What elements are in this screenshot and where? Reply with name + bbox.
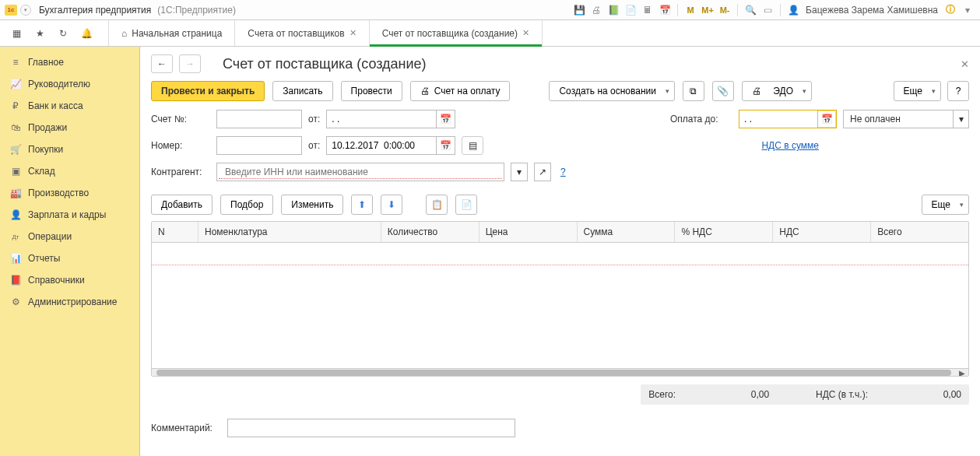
move-down-button[interactable]: ⬇ (381, 195, 402, 215)
move-up-button[interactable]: ⬆ (351, 195, 373, 215)
back-button[interactable]: ← (151, 54, 173, 73)
sidebar-item-production[interactable]: 🏭Производство (0, 182, 139, 204)
zoom-out-button[interactable]: M- (717, 2, 732, 18)
calendar-icon[interactable]: 📅 (436, 137, 455, 154)
account-date-field[interactable]: 📅 (326, 110, 455, 128)
create-based-on-button[interactable]: Создать на основании (549, 81, 675, 101)
apps-grid-icon[interactable]: ▦ (9, 26, 23, 40)
calculator-icon[interactable]: 🖩 (640, 2, 655, 18)
notifications-icon[interactable]: 🔔 (79, 26, 93, 40)
sidebar-item-main[interactable]: ≡Главное (0, 51, 139, 73)
structure-button[interactable]: ⧉ (683, 81, 704, 101)
toolbar: Провести и закрыть Записать Провести 🖨Сч… (140, 78, 980, 109)
sidebar-item-purchases[interactable]: 🛒Покупки (0, 139, 139, 160)
scroll-right-icon[interactable]: ▶ (959, 369, 965, 377)
grid-body[interactable] (152, 243, 968, 368)
save-button[interactable]: Записать (272, 81, 332, 101)
sidebar-item-bank[interactable]: ₽Банк и касса (0, 95, 139, 117)
col-tot[interactable]: Всего (871, 222, 968, 242)
tab-home[interactable]: ⌂ Начальная страница (109, 20, 235, 46)
scroll-thumb[interactable] (156, 370, 951, 376)
close-tab-icon[interactable]: ✕ (522, 28, 529, 38)
chevron-down-icon[interactable]: ▾ (953, 110, 968, 128)
compare-icon[interactable]: 📗 (606, 2, 621, 18)
sidebar-item-manager[interactable]: 📈Руководителю (0, 73, 139, 95)
add-row-button[interactable]: Добавить (151, 195, 213, 215)
gear-icon: ⚙ (9, 296, 22, 307)
forward-button[interactable]: → (179, 54, 201, 73)
number-date-field[interactable]: 📅 (326, 136, 455, 155)
copy-icon[interactable]: 📄 (623, 2, 638, 18)
sidebar-item-label: Продажи (28, 122, 67, 133)
more-button[interactable]: Еще (894, 81, 941, 101)
tab-supplier-invoices[interactable]: Счета от поставщиков ✕ (235, 20, 369, 46)
col-sum[interactable]: Сумма (578, 222, 676, 242)
barchart-icon: 📊 (9, 253, 22, 264)
col-vat[interactable]: % НДС (675, 222, 773, 242)
col-price[interactable]: Цена (479, 222, 578, 242)
history-icon[interactable]: ↻ (56, 26, 70, 40)
zoom-in-button[interactable]: M+ (700, 2, 715, 18)
pick-row-button[interactable]: Подбор (220, 195, 273, 215)
comment-input[interactable] (233, 422, 510, 434)
favorites-icon[interactable]: ★ (33, 26, 47, 40)
sidebar-item-refs[interactable]: 📕Справочники (0, 269, 139, 291)
pay-until-input[interactable] (739, 110, 817, 128)
print-invoice-button[interactable]: 🖨Счет на оплату (410, 81, 511, 101)
account-date-input[interactable] (327, 110, 436, 128)
col-nds[interactable]: НДС (773, 222, 871, 242)
sidebar-item-label: Руководителю (28, 79, 90, 89)
sidebar-item-label: Производство (28, 188, 89, 198)
edo-button[interactable]: 🖨 ЭДО (742, 81, 812, 101)
sidebar-item-admin[interactable]: ⚙Администрирование (0, 291, 139, 313)
col-n[interactable]: N (152, 222, 198, 242)
counterparty-open-button[interactable]: ↗ (534, 163, 551, 181)
from-label-2: от: (308, 140, 320, 151)
sidebar-item-operations[interactable]: ДтОперации (0, 226, 139, 247)
date-helper-button[interactable]: ▤ (462, 136, 483, 155)
search-icon[interactable]: 🔍 (743, 2, 758, 18)
account-no-input[interactable] (222, 113, 297, 125)
calendar-icon[interactable]: 📅 (436, 110, 455, 128)
help-button[interactable]: ? (947, 81, 969, 101)
paste-rows-button[interactable]: 📄 (455, 195, 477, 215)
payment-status-select[interactable]: Не оплачен ▾ (843, 110, 969, 128)
copy-rows-button[interactable]: 📋 (426, 195, 448, 215)
nds-in-sum-link[interactable]: НДС в сумме (761, 140, 819, 151)
sidebar-item-sales[interactable]: 🛍Продажи (0, 117, 139, 139)
sidebar-item-warehouse[interactable]: ▣Склад (0, 160, 139, 182)
calendar-icon[interactable]: 📅 (817, 110, 836, 128)
items-more-button[interactable]: Еще (922, 195, 969, 215)
post-and-close-button[interactable]: Провести и закрыть (151, 81, 265, 101)
info-icon[interactable]: ⓘ (943, 2, 958, 18)
attach-button[interactable]: 📎 (712, 81, 734, 101)
print-icon[interactable]: 🖨 (588, 2, 604, 18)
sidebar-item-label: Операции (28, 231, 72, 242)
pay-until-field[interactable]: 📅 (739, 110, 837, 128)
calendar-icon[interactable]: 📅 (657, 2, 673, 18)
sidebar-item-reports[interactable]: 📊Отчеты (0, 247, 139, 269)
sidebar-item-label: Отчеты (28, 253, 60, 264)
counterparty-input[interactable] (219, 165, 502, 179)
col-qty[interactable]: Количество (381, 222, 479, 242)
post-button[interactable]: Провести (341, 81, 402, 101)
close-tab-icon[interactable]: ✕ (349, 28, 357, 38)
user-name[interactable]: Бацежева Зарема Хамишевна (803, 5, 941, 16)
windows-icon[interactable]: ▭ (760, 2, 775, 18)
platform-label: (1С:Предприятие) (157, 5, 236, 16)
counterparty-dropdown-button[interactable]: ▾ (511, 163, 528, 181)
close-page-button[interactable]: ✕ (961, 58, 969, 70)
person-icon: 👤 (9, 209, 22, 220)
window-menu-icon[interactable]: ▾ (960, 2, 975, 18)
tab-supplier-invoice-create[interactable]: Счет от поставщика (создание) ✕ (370, 20, 543, 46)
save-icon[interactable]: 💾 (571, 2, 587, 18)
app-menu-dropdown[interactable]: ▾ (20, 5, 31, 16)
grid-horizontal-scrollbar[interactable]: ▶ (152, 368, 968, 376)
number-date-input[interactable] (327, 137, 436, 154)
col-nom[interactable]: Номенклатура (198, 222, 381, 242)
sidebar-item-hr[interactable]: 👤Зарплата и кадры (0, 204, 139, 226)
number-input[interactable] (222, 139, 297, 152)
counterparty-help-link[interactable]: ? (560, 167, 566, 177)
edit-row-button[interactable]: Изменить (281, 195, 343, 215)
zoom-reset-button[interactable]: M (683, 2, 698, 18)
